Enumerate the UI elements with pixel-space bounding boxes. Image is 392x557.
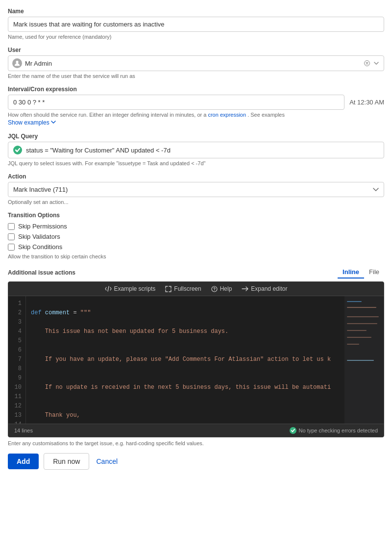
svg-point-3 [214,290,215,290]
show-examples-button[interactable]: Show examples [8,119,56,126]
transition-label: Transition Options [8,212,384,219]
bottom-hint: Enter any customisations to the target i… [8,440,384,446]
jql-text: status = "Waiting for Customer" AND upda… [26,147,379,154]
jql-hint: JQL query to select issues with. For exa… [8,160,384,166]
cron-label: Interval/Cron expression [8,86,384,93]
code-content[interactable]: def comment = """ This issue has not bee… [26,296,344,424]
action-select[interactable]: Mark Inactive (711) [8,182,384,197]
cron-field-group: Interval/Cron expression At 12:30 AM How… [8,86,384,126]
cron-expression-link[interactable]: cron expression [208,112,246,118]
skip-conditions-row: Skip Conditions [8,243,384,251]
editor-toolbar: Example scripts Fullscreen Help [8,282,384,296]
dropdown-user-button[interactable] [373,61,380,66]
user-select[interactable]: Mr Admin [8,55,384,71]
clear-user-button[interactable] [363,59,371,67]
editor-container: Example scripts Fullscreen Help [8,281,384,437]
help-button[interactable]: Help [211,285,232,292]
cancel-button[interactable]: Cancel [94,454,120,469]
transition-hint: Allow the transition to skip certain che… [8,253,384,259]
editor-footer: 14 lines No type checking errors detecte… [8,424,384,437]
skip-validators-row: Skip Validators [8,233,384,240]
tab-file[interactable]: File [364,266,384,278]
svg-point-0 [16,61,18,63]
svg-rect-9 [347,330,367,331]
svg-rect-5 [347,301,362,302]
user-field-group: User Mr Admin Enter the name of the use [8,47,384,79]
minimap [344,296,384,424]
action-field-group: Action Mark Inactive (711) Optionally se… [8,173,384,205]
example-scripts-button[interactable]: Example scripts [105,285,156,292]
svg-rect-8 [347,323,377,324]
name-field-group: Name Name, used for your reference (mand… [8,8,384,40]
skip-permissions-row: Skip Permissions [8,223,384,230]
user-controls [363,59,380,67]
additional-label: Additional issue actions [8,269,75,276]
additional-header: Additional issue actions Inline File [8,266,384,278]
tab-inline[interactable]: Inline [338,266,364,278]
user-name-text: Mr Admin [25,60,363,67]
transition-options-group: Transition Options Skip Permissions Skip… [8,212,384,259]
button-row: Add Run now Cancel [8,453,384,470]
jql-label: JQL Query [8,133,384,140]
skip-permissions-checkbox[interactable] [8,223,15,230]
svg-rect-7 [347,316,379,317]
line-numbers: 1 2 3 4 5 6 7 8 9 10 11 12 13 14 [8,296,26,424]
svg-rect-6 [347,307,376,308]
skip-validators-checkbox[interactable] [8,233,15,240]
jql-field-group: JQL Query status = "Waiting for Customer… [8,133,384,166]
name-hint: Name, used for your reference (mandatory… [8,34,384,40]
skip-validators-label: Skip Validators [18,233,60,240]
jql-valid-icon [13,146,22,154]
avatar [12,58,22,68]
fullscreen-button[interactable]: Fullscreen [165,285,201,292]
svg-rect-10 [347,337,371,338]
action-hint: Optionally set an action... [8,199,384,205]
run-now-button[interactable]: Run now [44,453,89,470]
jql-input-wrapper[interactable]: status = "Waiting for Customer" AND upda… [8,142,384,158]
user-label: User [8,47,384,53]
name-input[interactable] [8,17,384,32]
no-errors-icon [290,427,296,434]
no-errors-text: No type checking errors detected [299,428,378,433]
cron-input-wrapper [8,95,344,110]
skip-conditions-label: Skip Conditions [18,243,62,251]
cron-time: At 12:30 AM [349,99,384,106]
cron-input[interactable] [8,95,344,110]
no-errors: No type checking errors detected [290,427,378,434]
line-count: 14 lines [14,428,33,433]
name-label: Name [8,8,384,15]
svg-rect-11 [347,344,359,345]
action-label: Action [8,173,384,180]
cron-row: At 12:30 AM [8,95,384,110]
skip-permissions-label: Skip Permissions [18,223,67,230]
additional-section: Additional issue actions Inline File Exa… [8,266,384,446]
cron-hint: How often should the service run. Either… [8,112,384,118]
user-hint: Enter the name of the user that the serv… [8,73,384,79]
code-area[interactable]: 1 2 3 4 5 6 7 8 9 10 11 12 13 14 def com… [8,296,384,424]
svg-rect-12 [347,360,374,361]
tab-group: Inline File [338,266,384,278]
add-button[interactable]: Add [8,454,39,469]
skip-conditions-checkbox[interactable] [8,244,15,251]
expand-editor-button[interactable]: Expand editor [242,285,287,292]
